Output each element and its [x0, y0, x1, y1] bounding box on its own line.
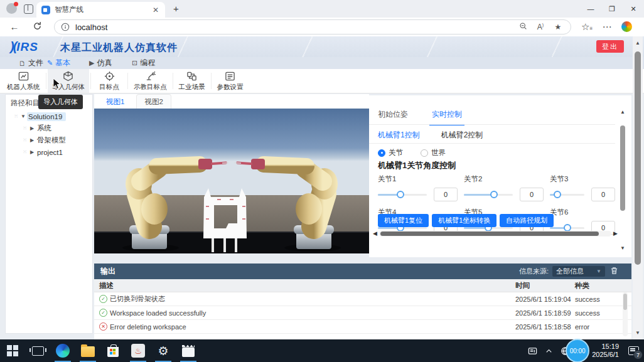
new-tab-button[interactable]: +: [173, 3, 179, 14]
clear-log-icon[interactable]: [610, 267, 623, 277]
window-minimize-button[interactable]: —: [580, 0, 601, 18]
scrollbar-thumb[interactable]: [635, 51, 641, 265]
back-icon[interactable]: ←: [9, 21, 20, 33]
joint3-slider[interactable]: [550, 188, 584, 201]
collections-icon[interactable]: ☆≡: [581, 21, 593, 33]
browser-tab-strip: 智慧产线 ✕ + — ❐ ✕: [0, 0, 644, 18]
notification-center-button[interactable]: 7: [623, 339, 644, 362]
tree-item-skeleton-model[interactable]: ⁙ ▶ 骨架模型: [6, 134, 92, 146]
favorite-star-icon[interactable]: ★: [552, 23, 564, 31]
window-close-button[interactable]: ✕: [623, 0, 644, 18]
tree-item-solution19[interactable]: ⁙ ▼ Solution19: [6, 110, 92, 122]
tab-arm2-control[interactable]: 机械臂2控制: [441, 130, 483, 141]
joint2-value-input[interactable]: [520, 188, 544, 201]
radio-dot-icon: [378, 149, 385, 157]
output-header: 输出 信息来源: 全部信息 ▼: [94, 264, 631, 279]
teach-target-icon: [145, 71, 156, 82]
tree-item-project1[interactable]: ⁙ ▶ project1: [6, 146, 92, 158]
address-bar[interactable]: localhost A) ★: [54, 19, 571, 35]
taskbar-media-icon[interactable]: [176, 339, 201, 362]
log-row: ✓已切换到骨架状态 2025/6/1 15:19:04 success: [94, 292, 631, 306]
taskbar-clock[interactable]: 00:00 15:19 2025/6/1: [592, 343, 619, 359]
joint1-slider[interactable]: [378, 188, 427, 201]
refresh-icon[interactable]: [31, 21, 43, 33]
chevron-right-icon[interactable]: ▶: [28, 149, 36, 155]
toolbar-robot-system-button[interactable]: 机器人系统: [3, 69, 45, 93]
file-icon: 🗋: [19, 60, 26, 67]
joint3-label: 关节3: [550, 174, 615, 184]
app-menu: 🗋文件 ✎基本 ▶仿真 ⊡编程: [0, 57, 644, 69]
panel-vertical-scrollbar[interactable]: ▲ ▼: [619, 109, 626, 251]
toolbar-target-point-button[interactable]: 目标点: [92, 69, 126, 93]
tab-actions-icon[interactable]: [24, 4, 33, 14]
screen-recorder-timer[interactable]: 00:00: [566, 339, 589, 362]
log-row: ✕Error deleting workspace 2025/6/1 15:18…: [94, 320, 631, 334]
menu-item-simulation[interactable]: ▶仿真: [89, 57, 112, 69]
status-icon: ✓: [99, 309, 107, 317]
auto-path-planning-button[interactable]: 自动路径规划: [500, 214, 554, 227]
scroll-down-icon[interactable]: ▼: [619, 245, 626, 251]
app-toolbar: 机器人系统 导入几何体 目标点 示教目标点 工业场景 参数设置: [0, 69, 644, 93]
output-panel: 输出 信息来源: 全部信息 ▼ 描述 时间 种类 ✓已切换到骨架状态 2025/…: [94, 264, 631, 339]
zoom-icon[interactable]: [517, 22, 529, 32]
browser-profile-icon[interactable]: [6, 3, 17, 14]
chevron-right-icon[interactable]: ▶: [28, 125, 36, 131]
window-restore-button[interactable]: ❐: [601, 0, 623, 18]
taskbar-edge-icon[interactable]: [50, 339, 75, 362]
taskbar-explorer-icon[interactable]: [75, 339, 100, 362]
mode-radio-group: 关节 世界: [378, 148, 446, 157]
radio-world[interactable]: 世界: [421, 148, 446, 157]
hidden-icons-chevron[interactable]: [540, 346, 557, 356]
arm1-coordinate-transform-button[interactable]: 机械臂1坐标转换: [432, 214, 496, 227]
tab-realtime-control[interactable]: 实时控制: [432, 109, 462, 120]
chevron-down-icon: ▼: [596, 269, 601, 274]
toolbar-teach-target-button[interactable]: 示教目标点: [129, 69, 171, 93]
chevron-down-icon[interactable]: ▼: [19, 114, 27, 119]
taskbar: ♨ ⚙ 00:00 15:19 2025/6/1 7: [0, 339, 644, 362]
tab-favicon: [41, 6, 50, 14]
taskbar-settings-icon[interactable]: ⚙: [151, 339, 176, 362]
taskbar-store-icon[interactable]: [100, 339, 126, 362]
task-view-button[interactable]: [25, 339, 50, 362]
scroll-up-icon[interactable]: ▲: [619, 109, 626, 115]
joint6-label: 关节6: [550, 208, 615, 217]
scroll-right-icon[interactable]: ▶: [611, 230, 618, 237]
joint1-value-input[interactable]: [434, 188, 458, 201]
tab-arm1-control[interactable]: 机械臂1控制: [378, 130, 420, 141]
browser-tab[interactable]: 智慧产线 ✕: [36, 2, 165, 18]
logout-button[interactable]: 登出: [596, 40, 624, 53]
joint2-slider[interactable]: [464, 188, 513, 201]
radio-joint[interactable]: 关节: [378, 148, 403, 157]
panel-horizontal-scrollbar[interactable]: ◀ ▶: [373, 230, 618, 237]
tab-view1[interactable]: 视图1: [98, 94, 132, 109]
scroll-up-icon[interactable]: ▲: [633, 40, 643, 46]
tab-view2[interactable]: 视图2: [136, 94, 171, 109]
chevron-right-icon[interactable]: ▶: [28, 137, 36, 143]
arm1-reset-button[interactable]: 机械臂1复位: [378, 214, 429, 227]
news-widget-icon[interactable]: [524, 346, 540, 356]
start-button[interactable]: [0, 339, 25, 362]
scroll-left-icon[interactable]: ◀: [373, 230, 379, 237]
tab-initial-pose[interactable]: 初始位姿: [378, 109, 408, 120]
app-header: )(IRS 木星工业机器人仿真软件 登出: [0, 36, 644, 57]
menu-item-basic[interactable]: ✎基本: [47, 57, 70, 69]
log-row: ✓Workspace loaded successfully 2025/6/1 …: [94, 306, 631, 320]
joint3-value-input[interactable]: [591, 188, 615, 201]
taskbar-java-app-icon[interactable]: ♨: [126, 339, 151, 362]
more-options-icon[interactable]: ⋯: [601, 21, 613, 33]
source-select[interactable]: 全部信息 ▼: [552, 266, 605, 277]
site-info-icon[interactable]: [61, 23, 70, 31]
page-scrollbar[interactable]: ▲ ▼: [633, 36, 643, 339]
scroll-down-icon[interactable]: ▼: [633, 330, 643, 336]
menu-item-file[interactable]: 🗋文件: [19, 57, 43, 69]
app-logo: )(IRS: [10, 40, 38, 54]
tree-item-system[interactable]: ⁙ ▶ 系统: [6, 122, 92, 134]
toolbar-industrial-scene-button[interactable]: 工业场景: [174, 69, 210, 93]
read-aloud-icon[interactable]: A): [534, 23, 547, 31]
copilot-icon[interactable]: [621, 21, 632, 32]
output-scrollbar[interactable]: [623, 292, 628, 336]
tab-close-icon[interactable]: ✕: [151, 6, 160, 14]
3d-viewport[interactable]: [94, 109, 369, 253]
toolbar-param-settings-button[interactable]: 参数设置: [213, 69, 248, 93]
menu-item-programming[interactable]: ⊡编程: [132, 57, 155, 69]
